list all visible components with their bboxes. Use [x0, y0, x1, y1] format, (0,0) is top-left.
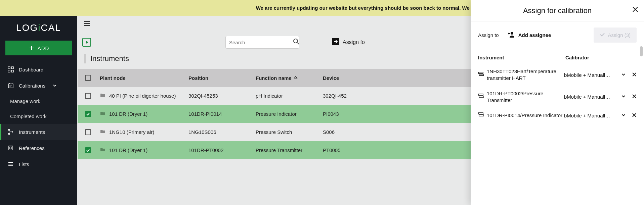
- panel-col-instrument: Instrument: [478, 55, 565, 60]
- cell-position: 302QI-45253: [188, 93, 256, 99]
- folder-icon: [100, 110, 106, 117]
- page-title-text: Instruments: [90, 54, 129, 63]
- sidebar-item-label: Completed work: [10, 113, 46, 119]
- sidebar-item-label: Dashboard: [19, 67, 43, 72]
- lists-icon: [7, 161, 14, 167]
- svg-point-6: [8, 133, 10, 135]
- folder-icon: [100, 129, 106, 136]
- instrument-icon: [478, 112, 487, 119]
- cell-function: Pressure Switch: [256, 129, 323, 135]
- logo: LOGiCAL: [0, 16, 77, 39]
- svg-rect-14: [478, 94, 483, 95]
- sidebar-item-label: References: [19, 145, 45, 151]
- instrument-icon: [478, 72, 487, 78]
- svg-rect-17: [479, 115, 484, 116]
- panel-item-instrument: 1NH30TT023Hart/Temperature transmitter H…: [487, 68, 564, 82]
- assign-panel: Assign for calibration Assign to Add ass…: [471, 0, 644, 205]
- cell-position: 1NG10S006: [188, 129, 256, 135]
- panel-col-calibrator: Calibrator: [565, 55, 637, 60]
- chevron-down-icon[interactable]: [618, 72, 629, 78]
- sidebar-item-completed-work[interactable]: Completed work: [0, 109, 77, 124]
- panel-list-header: Instrument Calibrator: [471, 49, 644, 64]
- plus-icon: [28, 45, 35, 51]
- sidebar: LOGiCAL ADD Dashboard Calibrations Manag…: [0, 16, 77, 205]
- folder-icon: [100, 92, 106, 99]
- add-assignee-label: Add assignee: [518, 32, 551, 38]
- panel-item-instrument: 101DR-PI0014/Pressure Indicator: [487, 112, 564, 119]
- panel-title: Assign for calibration: [523, 6, 592, 15]
- cell-plant: 101 DR (Dryer 1): [109, 111, 147, 117]
- cell-function: Pressure Indicator: [256, 111, 323, 117]
- cell-plant: 40 PI (Pine oil digerter house): [109, 93, 176, 99]
- person-add-icon: [508, 31, 515, 39]
- row-checkbox[interactable]: [85, 147, 91, 153]
- col-header-position[interactable]: Position: [188, 75, 256, 81]
- sidebar-item-calibrations[interactable]: Calibrations: [0, 78, 77, 94]
- col-header-function[interactable]: Function name: [256, 75, 323, 81]
- row-checkbox[interactable]: [85, 129, 91, 135]
- col-header-plant[interactable]: Plant node: [100, 75, 188, 81]
- cell-device: PI0043: [323, 111, 356, 117]
- scrollbar[interactable]: [640, 46, 643, 56]
- add-button[interactable]: ADD: [5, 41, 72, 55]
- search-input[interactable]: [229, 40, 293, 45]
- svg-point-9: [294, 39, 298, 43]
- panel-item-calibrator: bMobile + Manuall…: [564, 94, 618, 100]
- arrow-right-box-icon: [332, 38, 339, 47]
- toolbar-separator: [321, 36, 321, 48]
- row-checkbox[interactable]: [85, 111, 91, 117]
- panel-item: 1NH30TT023Hart/Temperature transmitter H…: [471, 64, 644, 86]
- cell-position: 101DR-PT0002: [188, 147, 256, 153]
- select-all-checkbox[interactable]: [85, 75, 91, 81]
- svg-rect-2: [8, 70, 10, 72]
- svg-rect-0: [8, 67, 10, 69]
- check-icon: [600, 32, 605, 38]
- add-button-label: ADD: [38, 45, 49, 51]
- panel-item-instrument: 101DR-PT0002/Pressure Transmitter: [487, 90, 564, 104]
- panel-item-calibrator: bMobile + Manuall…: [564, 113, 618, 118]
- row-checkbox[interactable]: [85, 93, 91, 99]
- sidebar-item-lists[interactable]: Lists: [0, 156, 77, 172]
- panel-item: 101DR-PT0002/Pressure TransmitterbMobile…: [471, 86, 644, 108]
- col-header-function-label: Function name: [256, 75, 292, 81]
- cell-device: PT0005: [323, 147, 356, 153]
- sidebar-item-manage-work[interactable]: Manage work: [0, 94, 77, 109]
- assign-button[interactable]: Assign (3): [594, 28, 637, 43]
- close-icon[interactable]: [632, 6, 639, 15]
- sidebar-item-label: Instruments: [19, 129, 45, 135]
- assign-for-button[interactable]: Assign fo: [332, 38, 365, 47]
- svg-rect-16: [478, 113, 483, 114]
- dashboard-icon: [7, 66, 14, 73]
- chevron-down-icon[interactable]: [618, 94, 629, 100]
- col-header-device[interactable]: Device: [323, 75, 356, 81]
- search-icon[interactable]: [293, 38, 300, 46]
- cell-function: pH Indicator: [256, 93, 323, 99]
- remove-icon[interactable]: [629, 72, 637, 78]
- cell-plant: 1NG10 (Primery air): [109, 129, 154, 135]
- instruments-icon: [7, 129, 14, 135]
- folder-icon: [100, 147, 106, 154]
- menu-toggle-icon[interactable]: [82, 19, 92, 28]
- sort-asc-icon: [294, 75, 298, 81]
- svg-point-5: [8, 129, 10, 131]
- svg-rect-1: [11, 67, 13, 69]
- remove-icon[interactable]: [629, 94, 637, 100]
- sidebar-item-instruments[interactable]: Instruments: [0, 124, 77, 140]
- svg-rect-8: [10, 147, 12, 149]
- svg-rect-15: [479, 96, 484, 97]
- panel-item: 101DR-PI0014/Pressure IndicatorbMobile +…: [471, 108, 644, 123]
- sidebar-item-label: Manage work: [10, 98, 40, 104]
- chevron-down-icon: [51, 82, 58, 89]
- chevron-down-icon[interactable]: [618, 113, 629, 118]
- svg-point-11: [511, 32, 513, 35]
- logo-text: LOGiCAL: [16, 22, 61, 33]
- cell-plant: 101 DR (Dryer 1): [109, 147, 147, 153]
- remove-icon[interactable]: [629, 113, 637, 118]
- svg-rect-7: [9, 146, 13, 150]
- cell-function: Pressure Transmitter: [256, 147, 323, 153]
- add-assignee-button[interactable]: Add assignee: [508, 31, 551, 39]
- assign-for-label: Assign fo: [343, 39, 365, 45]
- sidebar-item-dashboard[interactable]: Dashboard: [0, 61, 77, 78]
- sidebar-item-references[interactable]: References: [0, 140, 77, 156]
- play-button[interactable]: [82, 38, 91, 47]
